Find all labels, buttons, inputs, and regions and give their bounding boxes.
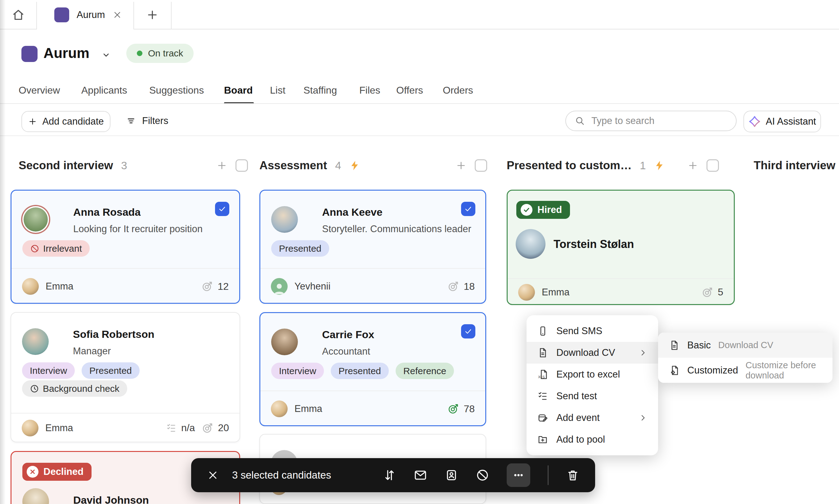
svg-text:XLS: XLS [538,375,545,379]
check-circle-icon [521,204,532,216]
tab-staffing[interactable]: Staffing [304,85,337,96]
menu-item-download-cv[interactable]: Download CV [527,342,658,364]
tab-files[interactable]: Files [359,85,380,96]
avatar [516,229,546,259]
filters-button[interactable]: Filters [122,111,172,131]
tab-list[interactable]: List [270,85,286,96]
column-header-3: Presented to custom…1 [507,158,719,174]
chevron-down-icon[interactable] [101,50,112,60]
close-selection-icon[interactable] [207,469,219,481]
candidate-card[interactable]: Anna KeeveStoryteller. Communications le… [259,190,486,304]
ai-assistant-button[interactable]: AI Assistant [743,111,821,132]
menu-item-send-sms[interactable]: Send SMS [527,320,658,342]
search-input[interactable]: Type to search [565,111,737,131]
owner-avatar [518,284,535,301]
tab-separator [171,2,172,30]
tab-bar: Aurum [0,0,839,30]
owner-avatar [22,420,38,436]
candidate-card[interactable]: Anna RosadaLooking for It recruiter posi… [11,190,240,304]
candidate-card[interactable]: Carrie FoxAccountantInterviewPresentedRe… [259,312,486,426]
project-color-swatch [54,7,69,22]
score-metric: 20 [202,422,229,434]
hired-badge: Hired [516,201,570,219]
id-card-icon[interactable] [445,468,458,482]
avatar [22,328,49,355]
selection-action-bar: 3 selected candidates [191,458,595,492]
add-card-icon[interactable] [456,160,467,171]
selection-divider [548,465,549,485]
tab-offers[interactable]: Offers [396,85,423,96]
column-count: 1 [640,159,646,172]
checklist-icon [166,422,177,434]
card-footer: Yevhenii18 [260,268,485,305]
clock-icon [30,384,39,393]
file-icon [537,347,548,358]
selected-checkbox[interactable] [461,324,475,339]
ai-assistant-label: AI Assistant [766,116,816,127]
submenu-item-label: Customized [687,365,738,376]
chevron-right-icon [638,348,648,357]
select-all-checkbox[interactable] [236,159,248,172]
column-header-1: Second interview3 [19,158,248,174]
folder-plus-icon [537,434,548,445]
menu-item-add-event[interactable]: Add event [527,407,658,429]
app-window: Aurum Aurum On track OverviewApplicantsS… [0,0,839,504]
add-card-icon[interactable] [687,160,699,171]
tab-orders[interactable]: Orders [443,85,473,96]
selected-checkbox[interactable] [461,202,475,216]
tasks-value: n/a [181,422,195,434]
block-icon[interactable] [476,468,489,482]
tag-row: Background check [22,380,127,397]
tag-row: Irrelevant [22,240,90,257]
score-metric: 78 [447,403,475,415]
mail-icon[interactable] [414,468,427,482]
tab-applicants[interactable]: Applicants [81,85,127,96]
menu-item-send-test[interactable]: Send test [527,385,658,407]
tab-suggestions[interactable]: Suggestions [149,85,204,96]
score-value: 78 [464,403,475,415]
tag-row: Presented [271,240,329,257]
more-button[interactable] [507,463,530,487]
card-footer: Emma5 [508,278,734,306]
selected-checkbox[interactable] [215,202,229,216]
automation-bolt-icon [654,160,665,171]
card-footer: Emma78 [260,391,485,427]
candidate-card[interactable]: HiredTorstein StølanEmma5 [507,190,735,305]
candidate-name: Torstein Stølan [553,238,634,251]
owner-name: Emma [46,281,73,292]
submenu-item-customized[interactable]: CustomizedCustomize before download [658,358,833,383]
add-card-icon[interactable] [216,160,227,171]
menu-item-export-to-excel[interactable]: XLSExport to excel [527,364,658,385]
new-tab-button[interactable] [133,0,171,30]
target-icon [447,403,459,415]
submenu-item-basic[interactable]: BasicDownload CV [658,332,833,358]
avatar [271,206,298,233]
menu-item-add-to-pool[interactable]: Add to pool [527,429,658,450]
tab-overview[interactable]: Overview [19,85,60,96]
menu-item-label: Download CV [557,347,615,358]
select-all-checkbox[interactable] [706,159,719,172]
tag-irrelevant: Irrelevant [22,240,90,257]
target-icon [702,286,713,298]
x-circle-icon [27,466,38,478]
tag-interview: Interview [271,363,324,379]
sort-icon[interactable] [382,468,396,482]
tag-row: InterviewPresented [22,362,140,379]
select-all-checkbox[interactable] [475,159,487,172]
candidate-card[interactable]: Sofia RobertsonManagerInterviewPresented… [11,312,240,442]
menu-item-label: Send SMS [557,325,602,337]
trash-icon[interactable] [566,468,580,482]
declined-badge: Declined [22,463,91,481]
file-gear-icon [669,365,680,376]
tab-board[interactable]: Board [224,85,253,96]
ai-sparkle-icon [748,115,761,128]
tag-reference: Reference [396,363,454,379]
close-tab-icon[interactable] [112,10,122,20]
status-badge[interactable]: On track [126,44,194,63]
candidate-subtitle: Looking for It recruiter position [73,223,203,235]
candidate-subtitle: Storyteller. Communications leader (… [322,223,471,235]
plus-icon [28,117,37,126]
add-candidate-button[interactable]: Add candidate [21,111,110,132]
no-entry-icon [30,244,39,253]
tab-aurum[interactable]: Aurum [36,0,133,30]
